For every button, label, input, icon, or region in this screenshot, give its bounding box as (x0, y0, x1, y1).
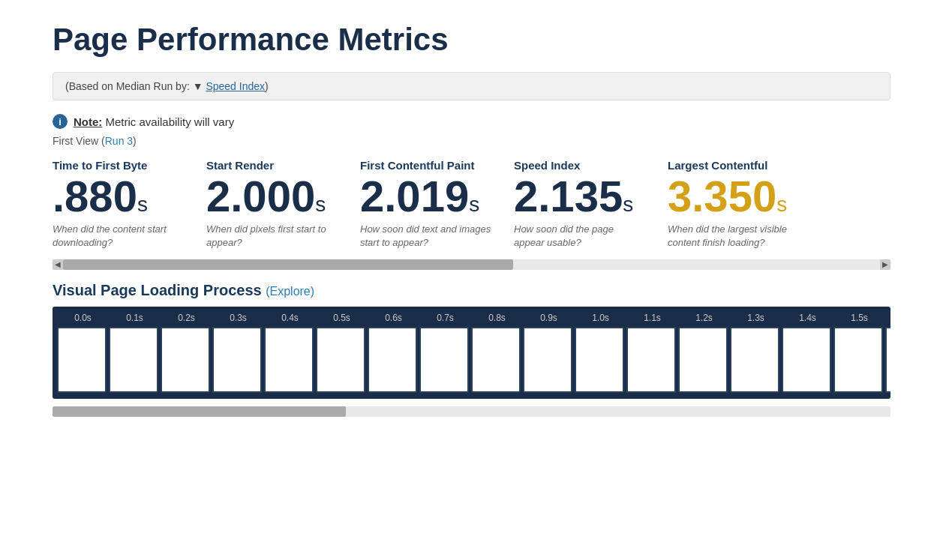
metric-unit-speed-index: s (623, 193, 633, 216)
metrics-row: Time to First Byte .880s When did the co… (53, 159, 890, 250)
metric-item-speed-index: Speed Index 2.135s How soon did the page… (514, 159, 660, 250)
filmstrip-frame-2[interactable] (161, 327, 210, 393)
metric-value-speed-index: 2.135s (514, 175, 645, 218)
info-icon: i (53, 114, 68, 129)
filmstrip-frame-6[interactable] (368, 327, 417, 393)
metric-value-lcp: 3.350s (668, 175, 799, 218)
metric-value-fcp: 2.019s (360, 175, 491, 218)
filmstrip-frame-8[interactable] (471, 327, 521, 393)
filmstrip-frame-14[interactable] (782, 327, 831, 393)
metric-desc-fcp: How soon did text and images start to ap… (360, 223, 491, 250)
metrics-scrollbar[interactable]: ◀ ▶ (53, 259, 890, 270)
filmstrip-frame-10[interactable] (575, 327, 624, 393)
note-body: Metric availability will vary (106, 115, 235, 128)
first-view-suffix: ) (133, 135, 137, 147)
metric-value-ttfb: .880s (53, 175, 184, 218)
filmstrip-time-15: 1.5s (833, 313, 885, 323)
filmstrip-frame-5[interactable] (316, 327, 365, 393)
scrollbar-left-arrow[interactable]: ◀ (53, 259, 63, 270)
metric-desc-speed-index: How soon did the page appear usable? (514, 223, 645, 250)
note-label: Note: (74, 115, 102, 128)
page-title: Page Performance Metrics (53, 22, 890, 57)
speed-index-dropdown[interactable]: Speed Index (206, 80, 265, 92)
metric-item-lcp: Largest Contentful 3.350s When did the l… (668, 159, 814, 250)
filmstrip-time-12: 1.2s (678, 313, 730, 323)
first-view-prefix: First View ( (53, 135, 105, 147)
filmstrip-frames (57, 327, 886, 393)
filmstrip-time-13: 1.3s (730, 313, 782, 323)
filmstrip-time-14: 1.4s (782, 313, 833, 323)
metric-label-ttfb: Time to First Byte (53, 159, 184, 172)
filmstrip-time-9: 0.9s (523, 313, 575, 323)
vplp-title: Visual Page Loading Process (Explore) (53, 282, 890, 299)
vplp-title-text: Visual Page Loading Process (53, 282, 262, 298)
filmstrip-time-16: 1.6s (885, 313, 890, 323)
filmstrip-time-10: 1.0s (575, 313, 626, 323)
filmstrip-frame-16[interactable] (885, 327, 890, 393)
metric-item-start-render: Start Render 2.000s When did pixels firs… (206, 159, 353, 250)
metric-desc-ttfb: When did the content start downloading? (53, 223, 184, 250)
first-view-label: First View (Run 3) (53, 135, 890, 147)
metric-unit-lcp: s (776, 193, 787, 216)
filmstrip-frame-13[interactable] (730, 327, 779, 393)
filmstrip-time-3: 0.3s (212, 313, 264, 323)
filmstrip-frame-7[interactable] (419, 327, 469, 393)
filmstrip-time-2: 0.2s (161, 313, 212, 323)
metric-unit-ttfb: s (137, 193, 148, 216)
page-container: Page Performance Metrics (Based on Media… (0, 0, 943, 432)
filmstrip-frame-1[interactable] (109, 327, 158, 393)
filmstrip-time-8: 0.8s (471, 313, 523, 323)
metric-label-speed-index: Speed Index (514, 159, 645, 172)
metric-label-lcp: Largest Contentful (668, 159, 799, 172)
median-bar-prefix: (Based on Median Run by: (65, 80, 193, 92)
metric-desc-start-render: When did pixels first start to appear? (206, 223, 338, 250)
metric-label-fcp: First Contentful Paint (360, 159, 491, 172)
filmstrip-time-11: 1.1s (626, 313, 678, 323)
run-link[interactable]: Run 3 (105, 135, 133, 147)
filmstrip-frame-15[interactable] (833, 327, 883, 393)
filmstrip-frame-9[interactable] (523, 327, 572, 393)
scrollbar-thumb (63, 259, 513, 270)
median-bar-suffix: ) (265, 80, 269, 92)
metric-label-start-render: Start Render (206, 159, 338, 172)
filmstrip-scrollbar[interactable] (53, 406, 890, 417)
filmstrip-time-6: 0.6s (368, 313, 419, 323)
note-text: Note: Metric availability will vary (74, 115, 234, 128)
filmstrip-time-1: 0.1s (109, 313, 161, 323)
metric-unit-fcp: s (469, 193, 479, 216)
filmstrip-wrapper: 0.0s0.1s0.2s0.3s0.4s0.5s0.6s0.7s0.8s0.9s… (53, 307, 890, 399)
filmstrip-frame-4[interactable] (264, 327, 314, 393)
note-section: i Note: Metric availability will vary (53, 114, 890, 129)
metric-item-fcp: First Contentful Paint 2.019s How soon d… (360, 159, 506, 250)
filmstrip-frame-12[interactable] (678, 327, 728, 393)
metric-item-ttfb: Time to First Byte .880s When did the co… (53, 159, 199, 250)
scrollbar-right-arrow[interactable]: ▶ (880, 259, 890, 270)
median-bar: (Based on Median Run by: ▼ Speed Index) (53, 72, 890, 100)
vplp-section: Visual Page Loading Process (Explore) 0.… (53, 282, 890, 399)
filmstrip-time-0: 0.0s (57, 313, 109, 323)
filmstrip-frame-3[interactable] (212, 327, 262, 393)
median-bar-arrow: ▼ (193, 80, 203, 92)
metric-unit-start-render: s (315, 193, 326, 216)
metric-value-start-render: 2.000s (206, 175, 338, 218)
metric-desc-lcp: When did the largest visible content fin… (668, 223, 799, 250)
explore-link[interactable]: (Explore) (266, 285, 314, 298)
filmstrip-time-5: 0.5s (316, 313, 368, 323)
filmstrip-frame-11[interactable] (626, 327, 676, 393)
filmstrip-time-4: 0.4s (264, 313, 316, 323)
filmstrip-scrollbar-thumb (53, 406, 346, 417)
filmstrip-time-7: 0.7s (419, 313, 471, 323)
filmstrip-frame-0[interactable] (57, 327, 107, 393)
filmstrip-times: 0.0s0.1s0.2s0.3s0.4s0.5s0.6s0.7s0.8s0.9s… (57, 313, 886, 323)
